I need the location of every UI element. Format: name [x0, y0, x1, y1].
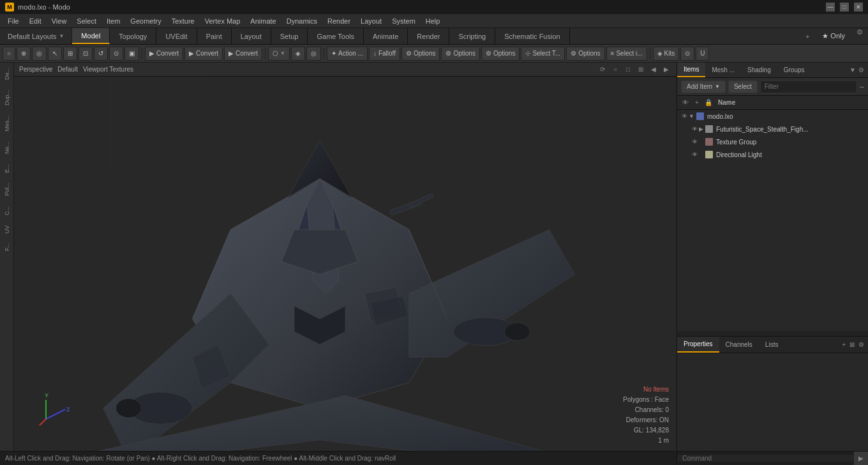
- left-panel-tab[interactable]: Mes...: [0, 111, 14, 137]
- left-panel-tab[interactable]: Ne...: [0, 137, 14, 159]
- tab-groups[interactable]: Groups: [777, 63, 811, 77]
- eye-icon[interactable]: 👁: [690, 137, 699, 146]
- viewport[interactable]: Perspective Default Viewport Textures ⟳ …: [14, 63, 677, 451]
- add-col-icon[interactable]: +: [692, 98, 701, 107]
- toolbar-button[interactable]: ◎: [306, 47, 321, 61]
- toolbar-button[interactable]: ◈: [291, 47, 305, 61]
- toolbar-button[interactable]: ⚙Options: [566, 47, 604, 61]
- list-item[interactable]: 👁 ▶ Texture Group: [677, 135, 868, 148]
- toolbar-button[interactable]: ◈Kits: [653, 47, 680, 61]
- eye-icon[interactable]: 👁: [690, 150, 699, 159]
- tab-paint[interactable]: Paint: [197, 28, 232, 44]
- toolbar-button[interactable]: ⊞: [63, 47, 77, 61]
- items-scrollbar[interactable]: [677, 331, 868, 336]
- tab-channels[interactable]: Channels: [719, 337, 759, 353]
- toolbar-button[interactable]: ▣: [124, 47, 139, 61]
- tab-layout[interactable]: Layout: [232, 28, 271, 44]
- vp-circle-icon[interactable]: ○: [610, 65, 620, 75]
- panel-collapse-icon[interactable]: –: [860, 82, 864, 91]
- menu-item-file[interactable]: File: [3, 16, 24, 26]
- tab-model[interactable]: Model: [72, 28, 110, 44]
- minimize-button[interactable]: —: [826, 3, 835, 11]
- viewport-style[interactable]: Default: [57, 66, 78, 73]
- toolbar-button[interactable]: ⊡: [79, 47, 93, 61]
- list-item[interactable]: 👁 ▼ modo.lxo: [677, 110, 868, 123]
- add-item-button[interactable]: Add Item ▼: [681, 80, 726, 93]
- items-tab-expand-icon[interactable]: ▼: [849, 66, 856, 73]
- toolbar-button[interactable]: ✦Action ...: [327, 47, 368, 61]
- menu-item-dynamics[interactable]: Dynamics: [281, 16, 322, 26]
- prop-expand-icon[interactable]: ⊠: [849, 341, 855, 348]
- left-panel-tab[interactable]: E...: [0, 159, 14, 178]
- only-button[interactable]: ★ Only: [816, 28, 851, 44]
- toolbar-button[interactable]: U: [696, 47, 709, 61]
- viewport-canvas[interactable]: Z Y X No Items Polygons : Face Channels:…: [14, 77, 677, 451]
- toolbar-button[interactable]: ⚙Options: [401, 47, 440, 61]
- command-input[interactable]: [677, 455, 854, 462]
- tab-lists[interactable]: Lists: [759, 337, 785, 353]
- menu-item-render[interactable]: Render: [322, 16, 355, 26]
- list-item[interactable]: 👁 ▶ Futuristic_Space_Stealth_Figh...: [677, 123, 868, 135]
- toolbar-button[interactable]: ⬡▼: [268, 47, 290, 61]
- menu-item-vertex map[interactable]: Vertex Map: [200, 16, 246, 26]
- toolbar-button[interactable]: ⊙: [680, 47, 694, 61]
- toolbar-button[interactable]: ⚙Options: [481, 47, 520, 61]
- menu-item-help[interactable]: Help: [421, 16, 445, 26]
- viewport-perspective[interactable]: Perspective: [19, 66, 52, 73]
- menu-item-view[interactable]: View: [47, 16, 72, 26]
- menu-item-system[interactable]: System: [387, 16, 421, 26]
- expand-arrow-icon[interactable]: ▼: [689, 113, 694, 119]
- close-button[interactable]: ✕: [854, 3, 863, 11]
- toolbar-button[interactable]: ⊕: [17, 47, 31, 61]
- menu-item-edit[interactable]: Edit: [24, 16, 47, 26]
- lock-col-icon[interactable]: 🔒: [704, 98, 713, 107]
- prop-add-icon[interactable]: +: [842, 341, 846, 348]
- toolbar-button[interactable]: ▶Convert: [145, 47, 183, 61]
- toolbar-button[interactable]: ⊙: [109, 47, 123, 61]
- tab-animate[interactable]: Animate: [364, 28, 408, 44]
- toolbar-button[interactable]: ⊹Select T...: [521, 47, 565, 61]
- vp-next-icon[interactable]: ▶: [661, 65, 671, 75]
- menu-item-item[interactable]: Item: [101, 16, 125, 26]
- list-item[interactable]: 👁 ▶ Directional Light: [677, 148, 868, 161]
- tab-items[interactable]: Items: [677, 63, 705, 77]
- menu-item-geometry[interactable]: Geometry: [125, 16, 166, 26]
- toolbar-button[interactable]: ≡Select i...: [606, 47, 647, 61]
- select-button[interactable]: Select: [728, 80, 758, 93]
- toolbar-button[interactable]: ↖: [48, 47, 62, 61]
- eye-col-icon[interactable]: 👁: [681, 98, 690, 107]
- vp-sync-icon[interactable]: ⟳: [597, 65, 608, 75]
- prop-gear-icon[interactable]: ⚙: [858, 341, 864, 348]
- toolbar-button[interactable]: ▶Convert: [224, 47, 262, 61]
- vp-grid-icon[interactable]: ⊞: [636, 65, 646, 75]
- layout-selector[interactable]: Default Layouts ▼: [0, 28, 72, 44]
- tab-game-tools[interactable]: Game Tools: [308, 28, 364, 44]
- tab-shading[interactable]: Shading: [741, 63, 777, 77]
- tab-uvedit[interactable]: UVEdit: [156, 28, 197, 44]
- left-panel-tab[interactable]: De...: [0, 63, 14, 85]
- items-tab-gear-icon[interactable]: ⚙: [858, 66, 864, 73]
- window-controls[interactable]: — □ ✕: [826, 3, 863, 11]
- left-panel-tab[interactable]: UV: [0, 220, 14, 239]
- add-tab-button[interactable]: +: [799, 28, 816, 44]
- maximize-button[interactable]: □: [840, 3, 849, 11]
- toolbar-button[interactable]: ↓Falloff: [369, 47, 400, 61]
- left-panel-tab[interactable]: C...: [0, 201, 14, 220]
- tab-topology[interactable]: Topology: [110, 28, 156, 44]
- menu-item-layout[interactable]: Layout: [355, 16, 387, 26]
- viewport-shading[interactable]: Viewport Textures: [83, 66, 133, 73]
- eye-icon[interactable]: 👁: [680, 112, 689, 121]
- expand-arrow-icon[interactable]: ▶: [699, 126, 703, 132]
- tab-properties[interactable]: Properties: [677, 337, 719, 353]
- toolbar-button[interactable]: ○: [3, 47, 15, 61]
- tab-setup[interactable]: Setup: [271, 28, 308, 44]
- vp-fit-icon[interactable]: □: [623, 65, 633, 75]
- filter-input[interactable]: [760, 80, 858, 93]
- toolbar-button[interactable]: ◎: [32, 47, 47, 61]
- toolbar-button[interactable]: ⚙Options: [441, 47, 479, 61]
- left-panel-tab[interactable]: F...: [0, 238, 14, 256]
- left-panel-tab[interactable]: Dup...: [0, 85, 14, 111]
- tab-schematic-fusion[interactable]: Schematic Fusion: [495, 28, 569, 44]
- command-go-button[interactable]: ▶: [854, 452, 868, 466]
- menu-item-animate[interactable]: Animate: [245, 16, 281, 26]
